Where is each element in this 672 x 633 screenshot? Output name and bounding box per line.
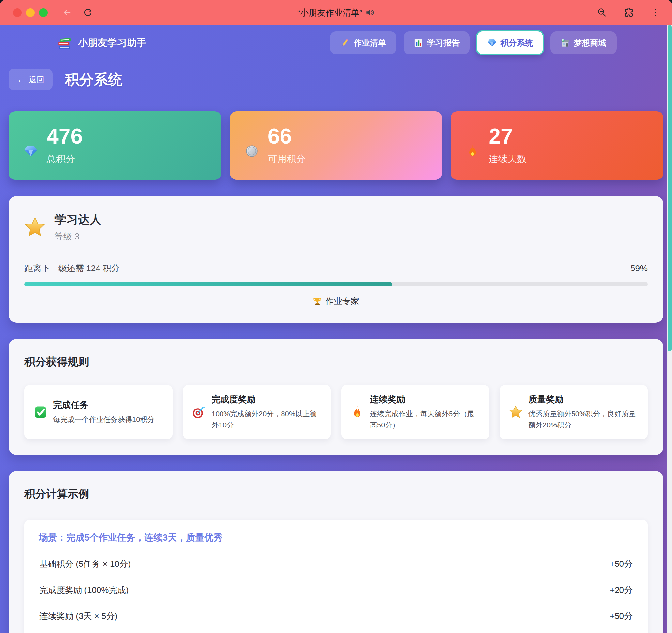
calc-value: +50分: [610, 610, 632, 622]
level-subtitle: 等级 3: [54, 231, 101, 242]
coin-icon: [245, 144, 259, 158]
nav-label: 梦想商城: [574, 38, 606, 48]
books-icon: [57, 35, 72, 51]
rule-card-streak-bonus: 连续奖励 连续完成作业，每天额外5分（最高50分）: [341, 385, 489, 439]
level-header: 学习达人 等级 3: [24, 212, 648, 242]
back-button[interactable]: ← 返回: [9, 69, 52, 90]
zoom-out-icon: [597, 7, 607, 18]
stat-value: 476: [47, 125, 82, 147]
stat-label: 总积分: [47, 153, 82, 166]
progress-bar: [24, 282, 648, 286]
next-badge-row: 作业专家: [24, 296, 648, 307]
calc-label: 连续奖励 (3天 × 5分): [40, 610, 117, 622]
app-logo: 小朋友学习助手: [57, 35, 146, 51]
trophy-icon: [313, 297, 322, 306]
rules-title: 积分获得规则: [24, 355, 648, 369]
scenario-text: 场景：完成5个作业任务，连续3天，质量优秀: [39, 532, 633, 544]
extensions-button[interactable]: [623, 7, 634, 18]
back-arrow: ←: [17, 75, 25, 84]
nav-study-report[interactable]: 学习报告: [404, 31, 470, 54]
calc-row-base: 基础积分 (5任务 × 10分) +50分: [39, 551, 633, 577]
progress-label-row: 距离下一级还需 124 积分 59%: [24, 263, 648, 274]
stat-label: 可用积分: [268, 153, 306, 166]
gem-icon: [24, 144, 38, 158]
browser-toolbar: “小朋友作业清单”: [0, 0, 672, 25]
zoom-out-button[interactable]: [596, 7, 607, 18]
calc-row-completion: 完成度奖励 (100%完成) +20分: [39, 577, 633, 603]
nav-label: 积分系统: [500, 38, 533, 48]
rule-desc: 优秀质量额外50%积分，良好质量额外20%积分: [528, 408, 639, 431]
level-title: 学习达人: [54, 212, 101, 228]
calc-label: 完成度奖励 (100%完成): [40, 584, 128, 596]
gem-icon: [487, 38, 497, 48]
star-icon: [509, 405, 523, 419]
example-card: 场景：完成5个作业任务，连续3天，质量优秀 基础积分 (5任务 × 10分) +…: [24, 520, 648, 633]
stat-cards: 476 总积分 66 可用积分 27 连续天数: [9, 111, 663, 180]
kebab-menu-icon: [650, 7, 661, 18]
maximize-window-button[interactable]: [39, 8, 48, 17]
browser-back-button[interactable]: [61, 7, 72, 18]
tab-title-text: “小朋友作业清单”: [297, 7, 362, 18]
rule-title: 完成任务: [53, 399, 154, 411]
calc-value: +20分: [610, 584, 632, 596]
main-nav: 作业清单 学习报告 积分系统 梦想商城: [330, 31, 617, 54]
stat-card-streak-days: 27 连续天数: [451, 111, 663, 180]
store-icon: [560, 38, 570, 48]
rule-card-completion-bonus: 完成度奖励 100%完成额外20分，80%以上额外10分: [183, 385, 331, 439]
back-arrow-icon: [62, 7, 72, 18]
app-title: 小朋友学习助手: [78, 36, 146, 50]
fire-icon: [350, 405, 364, 419]
scrollbar-thumb[interactable]: [668, 25, 672, 351]
nav-label: 学习报告: [427, 38, 460, 48]
nav-homework-list[interactable]: 作业清单: [330, 31, 397, 54]
browser-reload-button[interactable]: [82, 7, 93, 18]
minimize-window-button[interactable]: [26, 8, 34, 17]
rule-title: 质量奖励: [528, 394, 639, 405]
close-window-button[interactable]: [13, 8, 22, 17]
rule-card-complete-task: 完成任务 每完成一个作业任务获得10积分: [24, 385, 173, 439]
next-badge-label: 作业专家: [325, 296, 359, 307]
rule-title: 完成度奖励: [212, 394, 322, 405]
stat-value: 27: [489, 125, 527, 147]
calc-rows: 基础积分 (5任务 × 10分) +50分 完成度奖励 (100%完成) +20…: [39, 551, 633, 633]
stat-card-total-points: 476 总积分: [9, 111, 221, 180]
browser-menu-button[interactable]: [650, 7, 661, 18]
bar-chart-icon: [414, 38, 423, 48]
app-header: 小朋友学习助手 作业清单 学习报告 积分系统 梦想商城: [0, 25, 672, 61]
back-label: 返回: [29, 74, 44, 85]
rule-desc: 每完成一个作业任务获得10积分: [53, 414, 154, 425]
page-content: ← 返回 积分系统 476 总积分 66 可用积分: [0, 69, 672, 633]
progress-label: 距离下一级还需 124 积分: [24, 263, 120, 274]
page-scrollbar[interactable]: [667, 25, 672, 633]
fire-icon: [466, 144, 480, 158]
page-title: 积分系统: [65, 70, 122, 89]
example-panel: 积分计算示例 场景：完成5个作业任务，连续3天，质量优秀 基础积分 (5任务 ×…: [9, 471, 663, 633]
page-header-row: ← 返回 积分系统: [9, 69, 663, 90]
check-icon: [33, 405, 47, 419]
nav-dream-mall[interactable]: 梦想商城: [550, 31, 617, 54]
toolbar-actions: [596, 7, 661, 18]
rule-desc: 100%完成额外20分，80%以上额外10分: [212, 408, 322, 431]
target-icon: [192, 405, 206, 419]
stat-value: 66: [268, 125, 306, 147]
stat-card-available-points: 66 可用积分: [230, 111, 442, 180]
reload-icon: [83, 7, 93, 18]
tab-title: “小朋友作业清单”: [297, 7, 375, 18]
traffic-lights: [13, 8, 48, 17]
rule-cards: 完成任务 每完成一个作业任务获得10积分 完成度奖励 100%完成额外20分，8…: [24, 385, 648, 439]
rule-card-quality-bonus: 质量奖励 优秀质量额外50%积分，良好质量额外20%积分: [500, 385, 648, 439]
browser-window: “小朋友作业清单” 小朋友学习助手 作业清单: [0, 0, 672, 633]
rule-title: 连续奖励: [370, 394, 480, 405]
stat-label: 连续天数: [489, 153, 527, 166]
pencil-icon: [340, 38, 350, 48]
progress-percent: 59%: [630, 263, 648, 274]
level-panel: 学习达人 等级 3 距离下一级还需 124 积分 59% 作业专家: [9, 196, 663, 323]
calc-value: +50分: [610, 558, 632, 570]
nav-points-system[interactable]: 积分系统: [477, 31, 543, 54]
calc-row-streak: 连续奖励 (3天 × 5分) +50分: [39, 603, 633, 629]
calc-label: 基础积分 (5任务 × 10分): [40, 558, 131, 570]
progress-fill: [24, 282, 392, 286]
star-icon: [24, 217, 45, 237]
nav-label: 作业清单: [354, 38, 386, 48]
example-title: 积分计算示例: [24, 487, 648, 501]
